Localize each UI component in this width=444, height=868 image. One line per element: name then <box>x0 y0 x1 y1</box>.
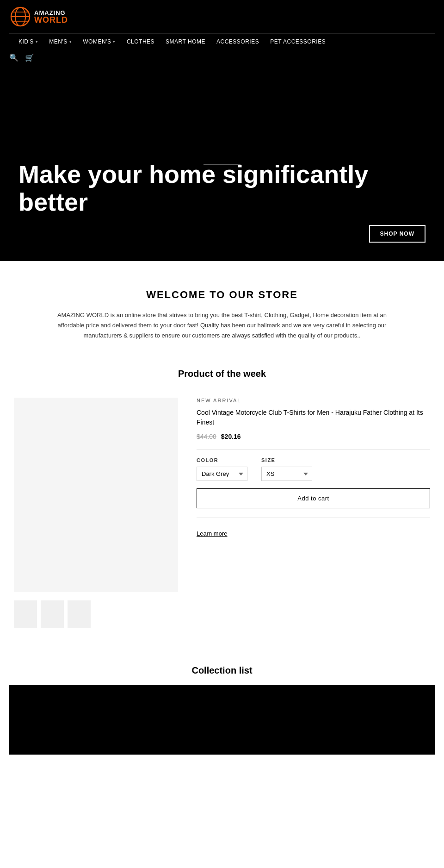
welcome-section: WELCOME TO OUR STORE AMAZING WORLD is an… <box>0 261 444 359</box>
product-layout: NEW ARRIVAL Cool Vintage Motorcycle Club… <box>9 398 435 628</box>
logo-world: WORLD <box>34 16 68 24</box>
nav-item-mens[interactable]: MEN'S ▾ <box>49 38 72 45</box>
search-icon[interactable]: 🔍 <box>9 53 18 62</box>
product-price-row: $44.00 $20.16 <box>197 433 430 440</box>
hero-title: Make your home significantly better <box>18 161 416 216</box>
collection-section: Collection list <box>0 647 444 755</box>
product-badge: NEW ARRIVAL <box>197 398 430 403</box>
logo[interactable]: AMAZING WORLD <box>9 6 68 28</box>
size-label: SIZE <box>261 457 312 463</box>
product-thumbnail-3[interactable] <box>68 600 91 628</box>
collection-banner[interactable] <box>9 685 435 755</box>
header-icons: 🔍 🛒 <box>9 50 435 67</box>
product-image-column <box>14 398 178 628</box>
shop-now-button[interactable]: SHOP NOW <box>369 225 426 243</box>
hero-section: Make your home significantly better SHOP… <box>0 67 444 261</box>
product-sale-price: $20.16 <box>221 433 241 440</box>
product-section-title: Product of the week <box>9 368 435 379</box>
product-main-image <box>14 398 178 592</box>
hero-divider <box>204 164 240 165</box>
welcome-title: WELCOME TO OUR STORE <box>18 289 426 301</box>
product-options: COLOR Dark Grey Black White SIZE XS S M … <box>197 457 430 481</box>
learn-more-link[interactable]: Learn more <box>197 530 227 537</box>
add-to-cart-button[interactable]: Add to cart <box>197 488 430 508</box>
nav-item-clothes[interactable]: CLOTHES <box>127 38 154 45</box>
header-top: AMAZING WORLD <box>9 0 435 33</box>
nav-item-womens[interactable]: WOMEN'S ▾ <box>83 38 116 45</box>
nav-item-pet-accessories[interactable]: PET ACCESSORIES <box>270 38 326 45</box>
product-original-price: $44.00 <box>197 433 216 440</box>
product-thumbnails <box>14 600 178 628</box>
product-info: NEW ARRIVAL Cool Vintage Motorcycle Club… <box>197 398 430 537</box>
logo-globe-icon <box>9 6 31 28</box>
color-select[interactable]: Dark Grey Black White <box>197 467 247 481</box>
chevron-down-icon: ▾ <box>113 39 116 44</box>
product-name: Cool Vintage Motorcycle Club T-Shirts fo… <box>197 408 430 427</box>
product-thumbnail-2[interactable] <box>41 600 64 628</box>
logo-text: AMAZING WORLD <box>34 10 68 24</box>
size-option-group: SIZE XS S M L XL <box>261 457 312 481</box>
chevron-down-icon: ▾ <box>69 39 72 44</box>
size-select[interactable]: XS S M L XL <box>261 467 312 481</box>
welcome-description: AMAZING WORLD is an online store that st… <box>46 310 398 341</box>
color-option-group: COLOR Dark Grey Black White <box>197 457 247 481</box>
header: AMAZING WORLD KID'S ▾ MEN'S ▾ WOMEN'S ▾ … <box>0 0 444 67</box>
cart-icon[interactable]: 🛒 <box>25 53 34 62</box>
color-label: COLOR <box>197 457 247 463</box>
product-divider-2 <box>197 518 430 518</box>
product-of-week-section: Product of the week NEW ARRIVAL Cool Vin… <box>0 359 444 647</box>
nav-item-kids[interactable]: KID'S ▾ <box>18 38 38 45</box>
chevron-down-icon: ▾ <box>36 39 38 44</box>
product-thumbnail-1[interactable] <box>14 600 37 628</box>
nav-item-smarthome[interactable]: SMART HOME <box>166 38 205 45</box>
collection-section-title: Collection list <box>9 665 435 676</box>
product-divider <box>197 450 430 450</box>
main-nav: KID'S ▾ MEN'S ▾ WOMEN'S ▾ CLOTHES SMART … <box>9 33 435 50</box>
nav-item-accessories[interactable]: ACCESSORIES <box>216 38 259 45</box>
logo-amazing: AMAZING <box>34 10 68 16</box>
